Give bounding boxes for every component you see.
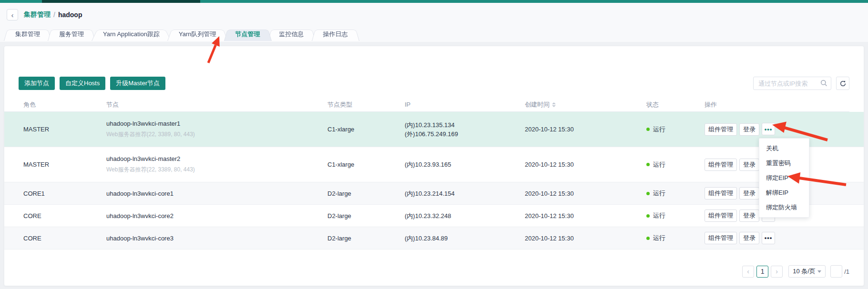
tab-label: 节点管理 [235, 30, 260, 38]
status-dot [646, 214, 650, 218]
node-note: Web服务器推荐(22, 3389, 80, 443) [106, 166, 327, 174]
tab-label: 服务管理 [59, 30, 84, 38]
node-name: uhadoop-ln3wvkci-core2 [106, 212, 327, 219]
component-manage-button[interactable]: 组件管理 [705, 187, 737, 199]
next-page-button[interactable]: › [771, 266, 783, 278]
context-menu-item[interactable]: 关机 [759, 141, 809, 156]
type-cell: C1-xlarge [327, 161, 405, 168]
tab-2[interactable]: 服务管理 [48, 28, 95, 41]
sort-icon[interactable] [552, 102, 556, 107]
back-button[interactable]: ‹ [7, 9, 18, 20]
login-button[interactable]: 登录 [739, 209, 759, 222]
tab-label: Yarn Application跟踪 [103, 30, 160, 38]
component-manage-button[interactable]: 组件管理 [705, 232, 737, 244]
column-header-type: 节点类型 [327, 100, 405, 109]
type-cell: C1-xlarge [327, 126, 405, 133]
ip-cell: (内)10.23.214.154 [405, 189, 525, 198]
status-label: 运行 [653, 160, 665, 169]
search-box [753, 77, 831, 90]
more-actions-dropdown: 关机重置密码绑定EIP解绑EIP绑定防火墙 [759, 138, 809, 218]
column-header-actions: 操作 [705, 100, 849, 109]
ip-line: (内)10.23.84.89 [405, 234, 525, 243]
ip-cell: (内)10.23.135.134(外)106.75.249.169 [405, 120, 525, 139]
context-menu-item[interactable]: 重置密码 [759, 156, 809, 170]
tab-bar: 集群管理服务管理Yarn Application跟踪Yarn队列管理节点管理监控… [4, 28, 861, 41]
login-button[interactable]: 登录 [739, 187, 759, 199]
actions-cell: 组件管理登录••• [705, 232, 864, 245]
created-cell: 2020-10-12 15:30 [525, 212, 646, 219]
pagination: ‹ 1 › 10 条/页 /1 [740, 265, 849, 278]
login-button[interactable]: 登录 [739, 232, 759, 244]
column-header-created[interactable]: 创建时间 [525, 100, 646, 109]
node-name: uhadoop-ln3wvkci-core3 [106, 235, 327, 242]
status-label: 运行 [653, 211, 665, 220]
ip-line: (内)10.23.93.165 [405, 160, 525, 169]
node-note: Web服务器推荐(22, 3389, 80, 443) [106, 130, 327, 139]
upgrade-master-button[interactable]: 升级Master节点 [110, 77, 165, 90]
status-cell: 运行 [646, 234, 705, 242]
component-manage-button[interactable]: 组件管理 [705, 209, 737, 222]
login-button[interactable]: 登录 [739, 123, 759, 136]
ip-line: (内)10.23.32.248 [405, 211, 525, 220]
page-size-label: 10 条/页 [793, 267, 816, 276]
table-row: CORE1uhadoop-ln3wvkci-core1D2-large(内)10… [4, 182, 864, 205]
top-loading-bar-segment [42, 0, 200, 3]
column-header-role: 角色 [23, 100, 106, 109]
tab-label: 操作日志 [323, 30, 348, 38]
type-cell: D2-large [327, 212, 405, 219]
node-name: uhadoop-ln3wvkci-core1 [106, 190, 327, 197]
refresh-button[interactable] [836, 77, 849, 90]
prev-page-button[interactable]: ‹ [742, 266, 754, 278]
table-header-row: 角色 节点 节点类型 IP 创建时间 状态 操作 [4, 98, 849, 112]
role-cell: CORE [23, 212, 106, 219]
node-name: uhadoop-ln3wvkci-master2 [106, 155, 327, 162]
search-icon[interactable] [820, 80, 827, 87]
caret-down-icon [817, 270, 821, 273]
tab-3[interactable]: Yarn Application跟踪 [92, 28, 171, 41]
tab-label: Yarn队列管理 [179, 30, 216, 38]
node-cell: uhadoop-ln3wvkci-core3 [106, 235, 327, 242]
created-cell: 2020-10-12 15:30 [525, 161, 646, 168]
tab-5[interactable]: 节点管理 [224, 28, 272, 41]
node-cell: uhadoop-ln3wvkci-master1Web服务器推荐(22, 338… [106, 120, 327, 139]
node-cell: uhadoop-ln3wvkci-master2Web服务器推荐(22, 338… [106, 155, 327, 174]
ip-cell: (内)10.23.84.89 [405, 234, 525, 243]
add-node-button[interactable]: 添加节点 [19, 77, 55, 90]
role-cell: CORE1 [23, 190, 106, 197]
component-manage-button[interactable]: 组件管理 [705, 123, 737, 136]
tab-1[interactable]: 集群管理 [4, 28, 51, 41]
page-jump-input[interactable] [830, 265, 842, 278]
search-input[interactable] [753, 77, 831, 90]
node-cell: uhadoop-ln3wvkci-core2 [106, 212, 327, 219]
status-label: 运行 [653, 234, 665, 242]
context-menu-item[interactable]: 解绑EIP [759, 185, 809, 200]
status-dot [646, 237, 650, 240]
breadcrumb-separator: / [53, 11, 55, 19]
context-menu-item[interactable]: 绑定EIP [759, 170, 809, 185]
tab-6[interactable]: 监控信息 [268, 28, 316, 41]
top-loading-bar [0, 0, 868, 3]
table-body: MASTERuhadoop-ln3wvkci-master1Web服务器推荐(2… [4, 112, 864, 249]
column-header-status: 状态 [646, 100, 705, 109]
more-actions-button[interactable]: ••• [762, 232, 775, 244]
type-cell: D2-large [327, 235, 405, 242]
created-cell: 2020-10-12 15:30 [525, 126, 646, 133]
page-size-select[interactable]: 10 条/页 [788, 265, 826, 278]
status-dot [646, 163, 650, 166]
created-cell: 2020-10-12 15:30 [525, 190, 646, 197]
type-cell: D2-large [327, 190, 405, 197]
custom-hosts-button[interactable]: 自定义Hosts [60, 77, 105, 90]
login-button[interactable]: 登录 [739, 159, 759, 171]
context-menu-item[interactable]: 绑定防火墙 [759, 200, 809, 215]
current-page-button[interactable]: 1 [756, 266, 768, 278]
role-cell: MASTER [23, 161, 106, 168]
tab-4[interactable]: Yarn队列管理 [167, 28, 228, 41]
status-cell: 运行 [646, 125, 705, 134]
status-dot [646, 128, 650, 131]
breadcrumb: ‹ 集群管理 / hadoop [7, 9, 861, 21]
more-actions-button[interactable]: ••• [762, 123, 775, 135]
tab-7[interactable]: 操作日志 [312, 28, 359, 41]
ip-cell: (内)10.23.93.165 [405, 160, 525, 169]
component-manage-button[interactable]: 组件管理 [705, 159, 737, 171]
breadcrumb-cluster-link[interactable]: 集群管理 [24, 10, 51, 19]
